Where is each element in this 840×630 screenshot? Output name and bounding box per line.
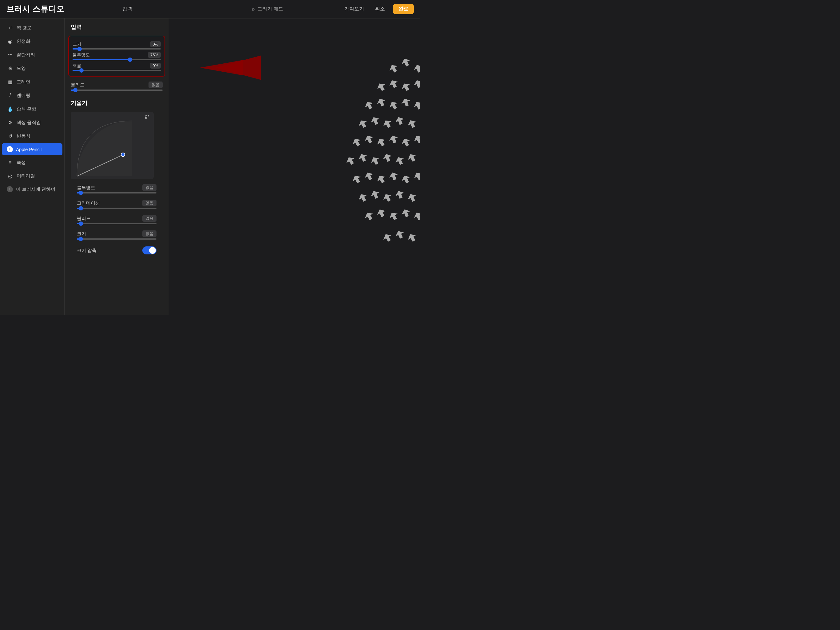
sidebar-label-rendering: 렌더링 (17, 93, 30, 98)
wet-mix-icon: 💧 (7, 106, 14, 112)
svg-marker-38 (400, 137, 412, 148)
sidebar-label-apple-pencil: Apple Pencil (16, 147, 41, 152)
about-icon: i (7, 186, 13, 192)
svg-marker-29 (406, 119, 418, 129)
flow-slider-row: 흐름 0% (73, 63, 161, 71)
tilt-bleed-slider[interactable] (77, 223, 156, 224)
stroke-path-icon: ↩ (7, 24, 14, 31)
svg-marker-12 (400, 81, 412, 93)
svg-marker-70 (363, 211, 375, 222)
material-icon: ◎ (7, 173, 14, 179)
pressure-section-title: 압력 (65, 19, 169, 33)
size-compress-toggle[interactable] (142, 246, 156, 255)
opacity-slider[interactable] (73, 59, 161, 60)
sidebar-item-color-dynamics[interactable]: ⚙ 색상 움직임 (2, 116, 62, 129)
sidebar-item-variation[interactable]: ↺ 변동성 (2, 130, 62, 142)
sidebar-item-end-processing[interactable]: 〜 끝단처리 (2, 48, 62, 61)
svg-marker-28 (394, 116, 406, 126)
bleed-label: 블리드 (71, 82, 85, 88)
svg-marker-6 (413, 63, 420, 74)
svg-marker-48 (406, 152, 418, 163)
svg-marker-44 (357, 152, 369, 163)
svg-marker-25 (357, 118, 369, 130)
svg-marker-72 (388, 211, 399, 222)
drawing-pad-label[interactable]: 그리기 패드 (257, 6, 283, 12)
sidebar-label-grain: 그레인 (17, 79, 30, 85)
svg-point-1 (121, 153, 125, 157)
svg-marker-20 (400, 97, 412, 108)
tilt-opacity-slider[interactable] (77, 192, 156, 193)
stabilization-icon: ◉ (7, 38, 14, 44)
svg-marker-10 (376, 81, 387, 93)
pressure-box: 크기 0% 불투명도 75% (68, 36, 165, 77)
sidebar-item-stroke-path[interactable]: ↩ 획 경로 (2, 21, 62, 34)
sidebar-item-properties[interactable]: ≡ 속성 (2, 156, 62, 169)
section-header: 압력 (122, 6, 132, 12)
tilt-bleed-label: 블리드 (77, 216, 91, 222)
tilt-section: 기울기 9° (65, 95, 169, 258)
app-title: 브러시 스튜디오 (6, 4, 64, 14)
svg-marker-30 (418, 115, 420, 127)
color-dynamics-icon: ⚙ (7, 119, 14, 126)
svg-marker-71 (376, 207, 387, 218)
flow-value: 0% (150, 63, 161, 69)
svg-marker-64 (382, 192, 393, 203)
svg-marker-5 (400, 57, 412, 68)
svg-marker-11 (388, 78, 399, 89)
size-slider[interactable] (73, 48, 161, 49)
svg-marker-56 (388, 171, 399, 182)
sidebar-item-about[interactable]: i 이 브러시에 관하여 (2, 183, 62, 195)
opacity-slider-row: 불투명도 75% (73, 52, 161, 60)
size-compress-label: 크기 압축 (77, 248, 96, 253)
svg-marker-63 (369, 189, 381, 200)
opacity-label: 불투명도 (73, 52, 90, 58)
sidebar-item-wet-mix[interactable]: 💧 습식 혼합 (2, 103, 62, 116)
red-arrow-annotation (169, 43, 261, 92)
sidebar-item-grain[interactable]: ▦ 그레인 (2, 75, 62, 88)
tilt-opacity-value: 없음 (142, 184, 156, 191)
svg-marker-65 (394, 190, 406, 200)
sidebar-label-stabilization: 안정화 (17, 38, 30, 44)
tilt-bleed-row: 블리드 없음 (71, 212, 163, 227)
tilt-size-label: 크기 (77, 231, 86, 237)
svg-marker-34 (351, 136, 363, 148)
size-label: 크기 (73, 41, 81, 47)
svg-marker-77 (382, 232, 393, 243)
settings-panel: 압력 크기 0% 불투명도 (65, 19, 169, 315)
sidebar-item-rendering[interactable]: / 렌더링 (2, 89, 62, 102)
cancel-button[interactable]: 취소 (372, 4, 388, 14)
tilt-size-value: 없음 (142, 230, 156, 237)
svg-marker-49 (419, 156, 420, 166)
svg-marker-18 (376, 97, 387, 108)
done-button[interactable]: 완료 (393, 4, 414, 14)
end-processing-icon: 〜 (7, 51, 14, 58)
sidebar-item-stabilization[interactable]: ◉ 안정화 (2, 35, 62, 47)
rendering-icon: / (7, 92, 14, 99)
svg-marker-67 (418, 189, 420, 200)
tilt-gradient-label: 그라데이션 (77, 200, 100, 206)
svg-marker-26 (369, 116, 381, 126)
svg-marker-53 (351, 174, 363, 185)
sidebar-label-stroke-path: 획 경로 (17, 25, 32, 31)
svg-marker-47 (394, 155, 406, 166)
tilt-gradient-slider[interactable] (77, 207, 156, 209)
tilt-size-slider[interactable] (77, 238, 156, 240)
tilt-graph[interactable]: 9° (71, 112, 154, 179)
flow-slider[interactable] (73, 70, 161, 71)
svg-marker-3 (200, 60, 243, 75)
sidebar-item-material[interactable]: ◎ 머티리얼 (2, 169, 62, 182)
bleed-slider[interactable] (71, 90, 163, 91)
sidebar-item-shape[interactable]: ✳ 모양 (2, 62, 62, 75)
tilt-gradient-value: 없음 (142, 199, 156, 206)
svg-marker-55 (376, 174, 387, 185)
bleed-row: 블리드 없음 (65, 79, 169, 93)
svg-marker-27 (382, 118, 393, 130)
sidebar-item-apple-pencil[interactable]: i Apple Pencil (2, 143, 62, 155)
svg-marker-39 (412, 133, 420, 145)
tilt-bleed-value: 없음 (142, 215, 156, 222)
tilt-opacity-row: 불투명도 없음 (71, 182, 163, 196)
sidebar-label-shape: 모양 (17, 65, 26, 71)
import-button[interactable]: 가져오기 (341, 4, 367, 14)
apple-pencil-icon: i (7, 146, 13, 152)
sidebar-label-color-dynamics: 색상 움직임 (17, 120, 41, 125)
